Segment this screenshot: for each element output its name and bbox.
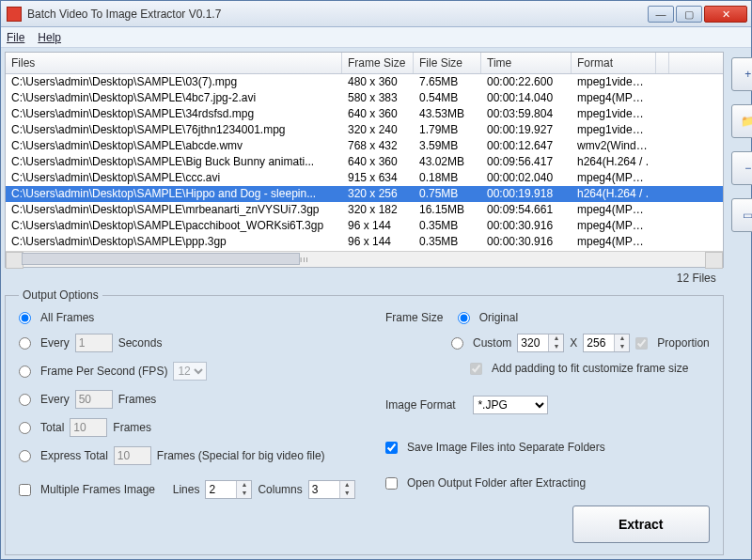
- col-files[interactable]: Files: [6, 53, 342, 73]
- extract-button[interactable]: Extract: [572, 506, 710, 543]
- checkbox-open-output[interactable]: [385, 477, 398, 490]
- table-row[interactable]: C:\Users\admin\Desktop\SAMPLE\76jthn1234…: [6, 122, 723, 138]
- chevron-down-icon[interactable]: ▼: [549, 343, 563, 351]
- table-cell: C:\Users\admin\Desktop\SAMPLE\34rdsfsd.m…: [6, 106, 342, 122]
- table-cell: 96 x 144: [342, 234, 414, 250]
- table-cell: 00:09:56.417: [481, 154, 572, 170]
- chevron-down-icon[interactable]: ▼: [340, 490, 354, 498]
- chevron-down-icon[interactable]: ▼: [615, 343, 629, 351]
- radio-every-seconds[interactable]: [19, 337, 31, 350]
- input-every-frames[interactable]: [75, 390, 113, 409]
- input-express-total[interactable]: [114, 446, 151, 465]
- output-options: Output Options All Frames EverySeconds F…: [5, 288, 724, 555]
- table-cell: C:\Users\admin\Desktop\SAMPLE\Hippo and …: [6, 186, 342, 202]
- chevron-up-icon[interactable]: ▲: [340, 481, 354, 490]
- table-cell: 320 x 182: [342, 202, 414, 218]
- remove-button[interactable]: −: [731, 151, 752, 185]
- select-fps[interactable]: 12: [173, 362, 207, 381]
- table-row[interactable]: C:\Users\admin\Desktop\SAMPLE\34rdsfsd.m…: [6, 106, 723, 122]
- label-fps: Frame Per Second (FPS): [40, 365, 167, 378]
- table-cell: wmv2(Window: [572, 138, 656, 154]
- checkbox-proportion[interactable]: [635, 337, 648, 350]
- table-cell: 480 x 360: [342, 74, 414, 90]
- table-cell: 00:00:30.916: [481, 218, 572, 234]
- radio-total[interactable]: [19, 422, 31, 434]
- table-cell: h264(H.264 / .: [572, 186, 656, 202]
- table-cell: mpeg4(MPEG-: [572, 218, 656, 234]
- radio-all-frames[interactable]: [19, 312, 31, 324]
- table-cell: C:\Users\admin\Desktop\SAMPLE\Big Buck B…: [6, 154, 342, 170]
- window-title: Batch Video To Image Extractor V0.1.7: [27, 8, 648, 21]
- table-row[interactable]: C:\Users\admin\Desktop\SAMPLE\ppp.3gp96 …: [6, 234, 723, 250]
- radio-custom[interactable]: [451, 337, 463, 350]
- table-row[interactable]: C:\Users\admin\Desktop\SAMPLE\03(7).mpg4…: [6, 74, 723, 90]
- spinner-columns[interactable]: ▲▼: [308, 480, 355, 499]
- checkbox-multi-frames[interactable]: [19, 484, 31, 496]
- add-folder-button[interactable]: 📁: [731, 104, 752, 138]
- table-row[interactable]: C:\Users\admin\Desktop\SAMPLE\mrbeanarti…: [6, 202, 723, 218]
- chevron-up-icon[interactable]: ▲: [237, 481, 251, 490]
- table-row[interactable]: C:\Users\admin\Desktop\SAMPLE\abcde.wmv7…: [6, 138, 723, 154]
- table-cell: 00:09:54.661: [481, 202, 572, 218]
- close-button[interactable]: ✕: [704, 6, 747, 23]
- label-frame-size: Frame Size: [385, 311, 443, 324]
- label-image-format: Image Format: [385, 398, 456, 412]
- table-cell: 96 x 144: [342, 218, 414, 234]
- horizontal-scrollbar[interactable]: III: [6, 251, 723, 267]
- table-cell: C:\Users\admin\Desktop\SAMPLE\4bc7.jpg-2…: [6, 90, 342, 106]
- clear-button[interactable]: ▭: [731, 198, 752, 232]
- table-row[interactable]: C:\Users\admin\Desktop\SAMPLE\pacchiboot…: [6, 218, 723, 234]
- select-image-format[interactable]: *.JPG: [473, 396, 548, 414]
- chevron-up-icon[interactable]: ▲: [615, 334, 629, 343]
- titlebar[interactable]: Batch Video To Image Extractor V0.1.7 — …: [1, 1, 751, 27]
- radio-original[interactable]: [458, 312, 470, 324]
- label-multi-frames: Multiple Frames Image: [40, 483, 155, 496]
- col-time[interactable]: Time: [481, 53, 572, 73]
- col-format[interactable]: Format: [572, 53, 656, 73]
- table-cell: 0.75MB: [414, 186, 481, 202]
- table-cell: 0.54MB: [414, 90, 481, 106]
- table-cell: 43.53MB: [414, 106, 481, 122]
- table-row[interactable]: C:\Users\admin\Desktop\SAMPLE\Big Buck B…: [6, 154, 723, 170]
- spinner-height[interactable]: ▲▼: [583, 334, 630, 352]
- input-total[interactable]: [70, 418, 107, 437]
- spinner-width[interactable]: ▲▼: [517, 334, 564, 352]
- label-frames-2: Frames: [113, 421, 151, 434]
- checkbox-padding[interactable]: [470, 363, 482, 375]
- col-framesize[interactable]: Frame Size: [342, 53, 414, 73]
- table-cell: C:\Users\admin\Desktop\SAMPLE\pacchiboot…: [6, 218, 342, 234]
- table-row[interactable]: C:\Users\admin\Desktop\SAMPLE\4bc7.jpg-2…: [6, 90, 723, 106]
- radio-fps[interactable]: [19, 366, 31, 378]
- chevron-up-icon[interactable]: ▲: [549, 334, 563, 343]
- chevron-down-icon[interactable]: ▼: [237, 490, 251, 498]
- table-row[interactable]: C:\Users\admin\Desktop\SAMPLE\Hippo and …: [6, 186, 723, 202]
- table-cell: 16.15MB: [414, 202, 481, 218]
- scrollbar-thumb[interactable]: [22, 253, 300, 265]
- table-cell: 00:00:02.040: [481, 170, 572, 186]
- menu-help[interactable]: Help: [38, 31, 61, 44]
- spinner-lines[interactable]: ▲▼: [205, 480, 252, 499]
- table-cell: C:\Users\admin\Desktop\SAMPLE\03(7).mpg: [6, 74, 342, 90]
- input-every-seconds[interactable]: [75, 334, 113, 352]
- table-cell: 43.02MB: [414, 154, 481, 170]
- table-cell: 0.35MB: [414, 218, 481, 234]
- radio-every-frames[interactable]: [19, 394, 31, 406]
- table-row[interactable]: C:\Users\admin\Desktop\SAMPLE\ccc.avi915…: [6, 170, 723, 186]
- table-body[interactable]: C:\Users\admin\Desktop\SAMPLE\03(7).mpg4…: [6, 74, 723, 251]
- table-cell: 640 x 360: [342, 106, 414, 122]
- table-cell: mpeg4(MPEG-: [572, 170, 656, 186]
- output-options-legend: Output Options: [19, 288, 102, 302]
- label-lines: Lines: [173, 483, 200, 496]
- label-open-output: Open Output Folder after Extracting: [407, 476, 586, 490]
- table-cell: 0.18MB: [414, 170, 481, 186]
- col-filesize[interactable]: File Size: [414, 53, 481, 73]
- table-cell: 00:00:30.916: [481, 234, 572, 250]
- maximize-button[interactable]: ▢: [676, 6, 702, 23]
- table-cell: mpeg4(MPEG-: [572, 234, 656, 250]
- add-file-button[interactable]: +: [731, 57, 752, 91]
- menu-file[interactable]: File: [7, 31, 24, 44]
- menu-bar: File Help: [1, 27, 751, 48]
- radio-express-total[interactable]: [19, 450, 31, 462]
- minimize-button[interactable]: —: [648, 6, 674, 23]
- checkbox-save-separate[interactable]: [385, 442, 398, 454]
